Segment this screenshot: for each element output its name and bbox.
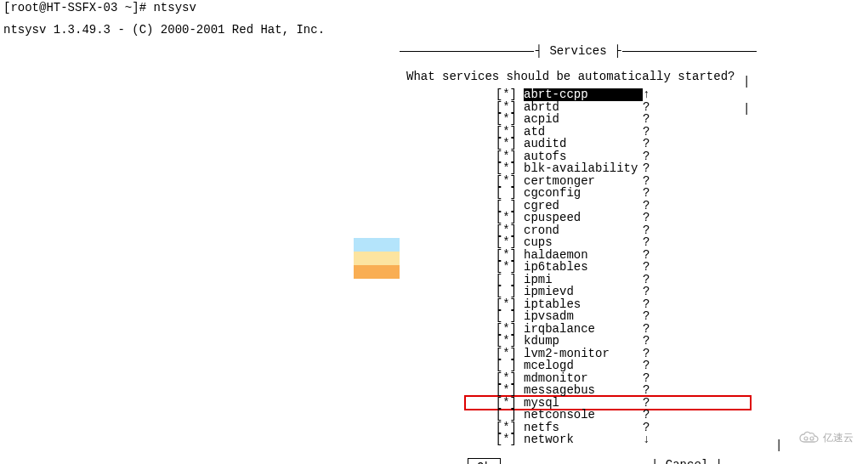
cancel-button[interactable]: | Cancel |: [651, 458, 723, 465]
service-row-abrtd[interactable]: [*] abrtd ?: [406, 101, 750, 114]
service-row-abrt-ccpp[interactable]: [*] abrt-ccpp ↑: [406, 88, 750, 101]
service-name: acpid: [524, 113, 643, 126]
service-row-cgred[interactable]: [ ] cgred ?: [406, 200, 750, 212]
service-row-cups[interactable]: [*] cups ?: [406, 236, 750, 249]
service-checkbox[interactable]: [*]: [491, 323, 517, 336]
service-row-network[interactable]: [*] network ↓: [406, 433, 750, 446]
service-row-ipmievd[interactable]: [ ] ipmievd ?: [406, 286, 750, 298]
help-indicator-icon: ?: [643, 212, 653, 224]
service-checkbox[interactable]: [ ]: [491, 310, 517, 323]
service-row-mdmonitor[interactable]: [*] mdmonitor ?: [406, 372, 750, 385]
service-row-netfs[interactable]: [*] netfs ?: [406, 422, 750, 434]
service-row-auditd[interactable]: [*] auditd ?: [406, 138, 750, 150]
service-name: mcelogd: [524, 359, 643, 372]
help-indicator-icon: ?: [643, 335, 653, 348]
service-name: crond: [524, 224, 643, 237]
frame-pipe-icon: |: [743, 102, 750, 116]
help-indicator-icon: ?: [643, 236, 653, 249]
service-checkbox[interactable]: [*]: [491, 101, 517, 114]
service-row-atd[interactable]: [*] atd ?: [406, 126, 750, 139]
service-name: haldaemon: [524, 249, 643, 262]
frame-pipe-icon: |: [743, 75, 750, 88]
service-checkbox[interactable]: [ ]: [491, 200, 517, 212]
service-checkbox[interactable]: [*]: [491, 384, 517, 397]
service-name: ipmi: [524, 274, 643, 286]
dialog-title: ┤ Services ├: [534, 44, 623, 58]
service-name: netfs: [524, 422, 643, 434]
frame-pipe-icon: |: [775, 439, 782, 452]
service-row-kdump[interactable]: [*] kdump ?: [406, 335, 750, 348]
service-checkbox[interactable]: [ ]: [491, 409, 517, 422]
service-name: messagebus: [524, 384, 643, 397]
service-checkbox[interactable]: [*]: [491, 249, 517, 262]
service-row-netconsole[interactable]: [ ] netconsole ?: [406, 409, 750, 422]
service-checkbox[interactable]: [*]: [491, 261, 517, 274]
help-indicator-icon: ?: [643, 261, 653, 274]
service-name: certmonger: [524, 175, 643, 188]
service-checkbox[interactable]: [*]: [491, 224, 517, 237]
service-name: kdump: [524, 335, 643, 348]
service-checkbox[interactable]: [ ]: [491, 274, 517, 286]
service-row-ip6tables[interactable]: [*] ip6tables ?: [406, 261, 750, 274]
terminal-prompt-line: [root@HT-SSFX-03 ~]# ntsysv: [0, 0, 868, 15]
service-row-crond[interactable]: [*] crond ?: [406, 224, 750, 237]
service-row-irqbalance[interactable]: [*] irqbalance ?: [406, 323, 750, 336]
services-list[interactable]: [*] abrt-ccpp ↑[*] abrtd ?[*] acpid ?[*]…: [400, 88, 757, 446]
service-checkbox[interactable]: [*]: [491, 138, 517, 150]
help-indicator-icon: ?: [643, 138, 653, 150]
help-indicator-icon: ?: [643, 249, 653, 262]
service-checkbox[interactable]: [ ]: [491, 187, 517, 200]
service-checkbox[interactable]: [*]: [491, 212, 517, 224]
service-row-lvm2-monitor[interactable]: [*] lvm2-monitor ?: [406, 348, 750, 360]
service-row-autofs[interactable]: [*] autofs ?: [406, 150, 750, 163]
service-row-acpid[interactable]: [*] acpid ?: [406, 113, 750, 126]
service-checkbox[interactable]: [*]: [491, 335, 517, 348]
service-name: mysql: [524, 397, 643, 410]
help-indicator-icon: ?: [643, 298, 653, 311]
help-indicator-icon: ?: [643, 409, 653, 422]
service-checkbox[interactable]: [*]: [491, 433, 517, 446]
service-checkbox[interactable]: [*]: [491, 150, 517, 163]
service-row-haldaemon[interactable]: [*] haldaemon ?: [406, 249, 750, 262]
service-checkbox[interactable]: [ ]: [491, 286, 517, 298]
service-checkbox[interactable]: [*]: [491, 88, 517, 101]
service-row-blk-availability[interactable]: [*] blk-availability ?: [406, 162, 750, 175]
help-indicator-icon: ?: [643, 384, 653, 397]
service-row-cpuspeed[interactable]: [*] cpuspeed ?: [406, 212, 750, 224]
service-row-mcelogd[interactable]: [ ] mcelogd ?: [406, 359, 750, 372]
service-row-cgconfig[interactable]: [ ] cgconfig ?: [406, 187, 750, 200]
service-name: atd: [524, 126, 643, 139]
service-checkbox[interactable]: [*]: [491, 126, 517, 139]
service-checkbox[interactable]: [*]: [491, 348, 517, 360]
service-checkbox[interactable]: [*]: [491, 298, 517, 311]
service-name: cups: [524, 236, 643, 249]
service-name: lvm2-monitor: [524, 348, 643, 360]
service-name: cpuspeed: [524, 212, 643, 224]
service-checkbox[interactable]: [*]: [491, 162, 517, 175]
service-name: abrt-ccpp: [524, 88, 643, 101]
service-row-certmonger[interactable]: [*] certmonger ?: [406, 175, 750, 188]
service-checkbox[interactable]: [*]: [491, 397, 517, 410]
service-name: autofs: [524, 150, 643, 163]
service-name: abrtd: [524, 101, 643, 114]
service-name: auditd: [524, 138, 643, 150]
service-checkbox[interactable]: [*]: [491, 113, 517, 126]
help-indicator-icon: ?: [643, 175, 653, 188]
service-checkbox[interactable]: [*]: [491, 372, 517, 385]
service-row-iptables[interactable]: [*] iptables ?: [406, 298, 750, 311]
service-checkbox[interactable]: [ ]: [491, 359, 517, 372]
service-name: ipmievd: [524, 286, 643, 298]
ok-button[interactable]: Ok: [468, 458, 501, 465]
service-name: iptables: [524, 298, 643, 311]
help-indicator-icon: ?: [643, 422, 653, 434]
help-indicator-icon: ?: [643, 286, 653, 298]
scroll-down-icon: ↓: [643, 433, 653, 446]
help-indicator-icon: ?: [643, 274, 653, 286]
service-checkbox[interactable]: [*]: [491, 422, 517, 434]
service-row-ipvsadm[interactable]: [ ] ipvsadm ?: [406, 310, 750, 323]
service-row-ipmi[interactable]: [ ] ipmi ?: [406, 274, 750, 286]
service-checkbox[interactable]: [*]: [491, 236, 517, 249]
help-indicator-icon: ?: [643, 224, 653, 237]
service-checkbox[interactable]: [*]: [491, 175, 517, 188]
help-indicator-icon: ?: [643, 187, 653, 200]
